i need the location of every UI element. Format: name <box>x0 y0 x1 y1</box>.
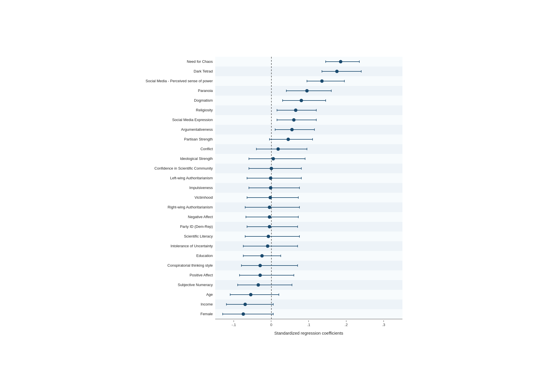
row-background <box>215 115 402 125</box>
chart-area: Need for ChaosDark TetradSocial Media - … <box>146 57 402 335</box>
tick-label: .3 <box>382 323 385 327</box>
row-label: Female <box>200 309 213 319</box>
row-background <box>215 57 402 67</box>
row-label: Ideological Strength <box>180 154 213 164</box>
row-label: Social Media - Perceived sense of power <box>146 76 213 86</box>
tick-line <box>383 320 384 322</box>
row-label: Income <box>201 299 213 309</box>
row-background <box>215 86 402 96</box>
row-label: Conspiratorial thinking style <box>168 261 213 270</box>
row-label: Confidence in Scientific Community <box>154 164 213 173</box>
row-label: Victimhood <box>194 193 213 202</box>
row-label: Argumentativeness <box>181 125 213 134</box>
row-background <box>215 144 402 154</box>
plot-column: -.10.1.2.3 Standardized regression coeff… <box>215 57 402 335</box>
row-background <box>215 183 402 193</box>
x-axis-line <box>215 319 402 319</box>
row-background <box>215 134 402 144</box>
row-background <box>215 193 402 202</box>
row-background <box>215 241 402 251</box>
row-background <box>215 125 402 134</box>
row-label: Intolerance of Uncertainty <box>170 241 213 251</box>
row-label: Right-wing Authoritarianism <box>168 202 213 212</box>
row-background <box>215 173 402 183</box>
x-tick: -.1 <box>232 320 236 327</box>
plot-inner <box>215 57 402 319</box>
tick-line <box>271 320 271 322</box>
row-label: Dark Tetrad <box>194 67 213 76</box>
row-label: Conflict <box>200 144 213 154</box>
row-background <box>215 261 402 270</box>
row-label: Party ID (Dem-Rep) <box>180 222 213 232</box>
row-label: Impulsiveness <box>189 183 213 193</box>
labels-column: Need for ChaosDark TetradSocial Media - … <box>146 57 215 335</box>
x-tick: 0 <box>270 320 272 327</box>
row-label: Negative Affect <box>188 212 213 222</box>
tick-label: .1 <box>307 323 310 327</box>
row-label: Education <box>196 251 213 261</box>
tick-label: -.1 <box>232 323 236 327</box>
x-tick: .1 <box>307 320 310 327</box>
row-label: Dogmatism <box>194 96 213 105</box>
row-background <box>215 76 402 86</box>
row-label: Religiosity <box>196 105 213 115</box>
row-label: Scientific Literacy <box>184 232 213 241</box>
tick-label: 0 <box>270 323 272 327</box>
row-background <box>215 105 402 115</box>
x-axis: -.10.1.2.3 <box>215 319 402 328</box>
row-background <box>215 309 402 319</box>
x-tick: .2 <box>344 320 348 327</box>
row-label: Age <box>206 290 213 299</box>
x-ticks: -.10.1.2.3 <box>215 320 402 328</box>
row-label: Positive Affect <box>190 270 213 280</box>
tick-line <box>346 320 346 322</box>
tick-label: .2 <box>344 323 348 327</box>
row-background <box>215 202 402 212</box>
row-background <box>215 212 402 222</box>
row-background <box>215 96 402 105</box>
row-label: Need for Chaos <box>187 57 213 67</box>
x-axis-label: Standardized regression coefficients <box>215 331 402 335</box>
tick-line <box>309 320 309 322</box>
row-label: Partisan Strength <box>184 134 213 144</box>
row-background <box>215 232 402 241</box>
row-background <box>215 67 402 76</box>
row-background <box>215 280 402 290</box>
row-label: Left-wing Authoritarianism <box>170 173 213 183</box>
row-background <box>215 164 402 173</box>
row-label: Subjective Numeracy <box>178 280 213 290</box>
row-label: Social Media Expression <box>172 115 213 125</box>
row-background <box>215 270 402 280</box>
row-background <box>215 251 402 261</box>
tick-line <box>234 320 234 322</box>
row-label: Paranoia <box>198 86 213 96</box>
row-background <box>215 299 402 309</box>
row-background <box>215 154 402 164</box>
chart-container: Need for ChaosDark TetradSocial Media - … <box>146 57 402 335</box>
row-background <box>215 222 402 232</box>
x-tick: .3 <box>382 320 385 327</box>
row-background <box>215 290 402 299</box>
